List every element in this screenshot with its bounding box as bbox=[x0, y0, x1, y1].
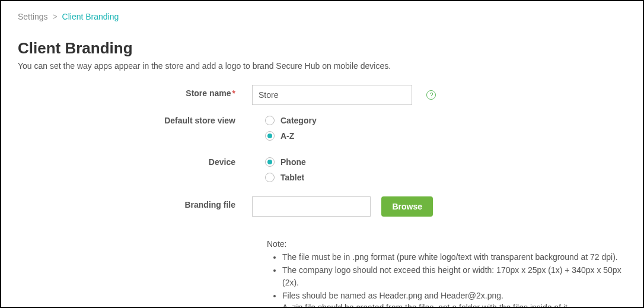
breadcrumb: Settings > Client Branding bbox=[18, 8, 626, 21]
radio-label-category: Category bbox=[280, 116, 317, 125]
note-subtext: A .zip file should be created from the f… bbox=[267, 303, 626, 308]
breadcrumb-separator: > bbox=[52, 12, 57, 21]
note-item: The file must be in .png format (pure wh… bbox=[282, 251, 626, 263]
radio-tablet[interactable]: Tablet bbox=[265, 173, 626, 182]
store-name-input[interactable] bbox=[252, 85, 412, 105]
radio-label-az: A-Z bbox=[280, 131, 294, 141]
radio-circle-icon bbox=[265, 131, 275, 141]
default-store-view-label: Default store view bbox=[18, 111, 252, 125]
note-item: The company logo should not exceed this … bbox=[282, 264, 626, 288]
page-subtitle: You can set the way apps appear in the s… bbox=[18, 61, 626, 71]
required-asterisk: * bbox=[232, 88, 235, 98]
note-section: Note: The file must be in .png format (p… bbox=[267, 239, 626, 308]
radio-circle-icon bbox=[265, 173, 275, 182]
radio-label-phone: Phone bbox=[280, 157, 306, 167]
breadcrumb-parent[interactable]: Settings bbox=[18, 12, 48, 21]
radio-phone[interactable]: Phone bbox=[265, 157, 626, 167]
note-title: Note: bbox=[267, 239, 626, 249]
note-item: Files should be named as Header.png and … bbox=[282, 290, 626, 301]
page-title: Client Branding bbox=[18, 39, 626, 58]
radio-category[interactable]: Category bbox=[265, 116, 626, 125]
radio-circle-icon bbox=[265, 116, 275, 125]
browse-button[interactable]: Browse bbox=[381, 196, 433, 217]
branding-file-label: Branding file bbox=[18, 195, 252, 209]
radio-circle-icon bbox=[265, 157, 275, 167]
help-icon[interactable]: ? bbox=[426, 90, 436, 100]
device-label: Device bbox=[18, 153, 252, 167]
radio-label-tablet: Tablet bbox=[280, 173, 304, 182]
breadcrumb-current[interactable]: Client Branding bbox=[62, 12, 119, 21]
branding-file-input[interactable] bbox=[252, 196, 371, 217]
store-name-label: Store name* bbox=[18, 84, 252, 98]
radio-az[interactable]: A-Z bbox=[265, 131, 626, 141]
